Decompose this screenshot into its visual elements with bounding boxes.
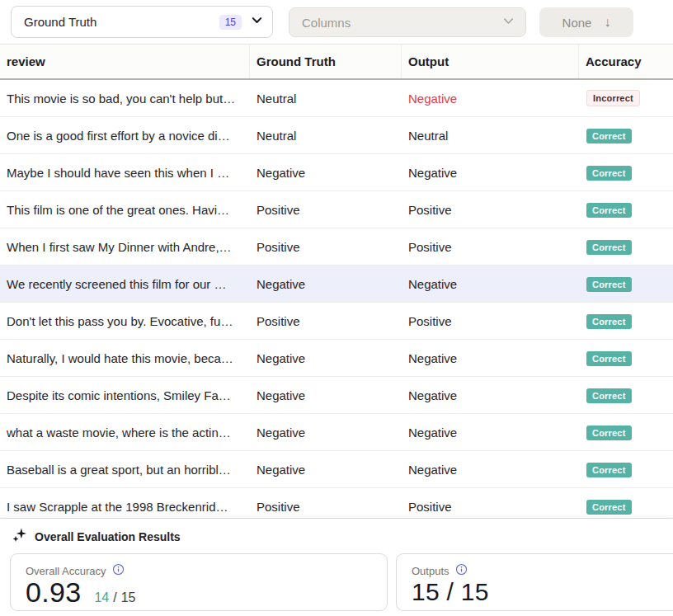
accuracy-badge: Correct (586, 166, 632, 181)
table-header: review Ground Truth Output Accuracy (0, 45, 673, 80)
ground-truth-cell: Negative (250, 351, 402, 365)
table-row[interactable]: When I first saw My Dinner with Andre,… … (0, 228, 673, 266)
output-cell: Positive (402, 203, 579, 217)
output-cell: Positive (402, 500, 579, 514)
ground-truth-cell: Positive (250, 240, 402, 254)
chevron-down-icon (251, 14, 263, 30)
overall-results-header: Overall Evaluation Results (0, 519, 673, 546)
column-header-review[interactable]: review (0, 45, 250, 78)
column-header-output[interactable]: Output (402, 45, 579, 78)
accuracy-badge: Correct (586, 240, 632, 255)
ground-truth-cell: Negative (250, 166, 402, 180)
column-header-ground-truth[interactable]: Ground Truth (250, 45, 402, 78)
accuracy-fraction: 14 / 15 (94, 590, 135, 605)
accuracy-cell: Correct (579, 239, 673, 255)
review-cell: Don't let this pass you by. Evocative, f… (0, 314, 250, 328)
toolbar: Ground Truth 15 Columns None ↓ (0, 0, 673, 45)
columns-select[interactable]: Columns (289, 7, 526, 37)
accuracy-cell: Correct (579, 313, 673, 329)
table-row[interactable]: Maybe I should have seen this when I … N… (0, 154, 673, 191)
output-cell: Negative (402, 463, 579, 477)
column-filter-label: Ground Truth (24, 15, 219, 29)
ground-truth-cell: Negative (250, 426, 402, 440)
accuracy-badge: Correct (586, 388, 632, 403)
output-cell: Negative (402, 388, 579, 402)
accuracy-badge: Correct (586, 277, 632, 292)
accuracy-badge: Correct (586, 351, 632, 366)
accuracy-cell: Correct (579, 388, 673, 403)
accuracy-badge: Correct (586, 426, 632, 440)
column-filter-select[interactable]: Ground Truth 15 (11, 6, 273, 38)
outputs-card: Outputs 15 / 15 (396, 553, 673, 611)
accuracy-badge: Correct (586, 129, 632, 143)
table-row[interactable]: We recently screened this film for our …… (0, 266, 673, 303)
accuracy-cell: Correct (579, 276, 673, 292)
review-cell: When I first saw My Dinner with Andre,… (0, 240, 250, 254)
review-cell: We recently screened this film for our … (0, 277, 250, 291)
accuracy-badge: Correct (586, 203, 632, 218)
review-cell: This film is one of the great ones. Havi… (0, 203, 250, 217)
info-icon[interactable] (112, 563, 125, 578)
accuracy-badge: Incorrect (586, 90, 640, 106)
accuracy-badge: Correct (586, 500, 632, 515)
overall-accuracy-value: 0.93 (26, 576, 81, 609)
ground-truth-cell: Negative (250, 277, 402, 291)
accuracy-fraction-numerator: 14 (94, 590, 109, 605)
accuracy-cell: Correct (579, 165, 673, 181)
output-cell: Negative (402, 351, 579, 365)
accuracy-fraction-separator: / (113, 590, 116, 605)
ground-truth-cell: Neutral (250, 92, 402, 106)
review-cell: Despite its comic intentions, Smiley Fa… (0, 388, 250, 402)
review-cell: Naturally, I would hate this movie, beca… (0, 351, 250, 365)
ground-truth-cell: Positive (250, 314, 402, 328)
ground-truth-cell: Neutral (250, 129, 402, 143)
overall-accuracy-card: Overall Accuracy 0.93 14 / 15 (10, 553, 388, 611)
accuracy-cell: Correct (579, 202, 673, 218)
review-cell: Maybe I should have seen this when I … (0, 166, 250, 180)
accuracy-cell: Correct (579, 425, 673, 440)
metric-cards: Overall Accuracy 0.93 14 / 15 Outputs (10, 553, 673, 611)
column-header-accuracy[interactable]: Accuracy (579, 45, 673, 78)
sparkles-icon (12, 527, 27, 546)
outputs-label: Outputs (412, 565, 449, 577)
accuracy-cell: Correct (579, 462, 673, 477)
evaluation-results-page: Ground Truth 15 Columns None ↓ review Gr… (0, 0, 673, 616)
accuracy-cell: Correct (579, 128, 673, 143)
ground-truth-cell: Negative (250, 463, 402, 477)
review-cell: Baseball is a great sport, but an horrib… (0, 463, 250, 477)
columns-select-placeholder: Columns (302, 16, 502, 30)
ground-truth-cell: Positive (250, 203, 402, 217)
accuracy-badge: Correct (586, 463, 632, 477)
ground-truth-cell: Positive (250, 500, 402, 514)
table-row[interactable]: This film is one of the great ones. Havi… (0, 191, 673, 228)
table-row[interactable]: Despite its comic intentions, Smiley Fa…… (0, 377, 673, 414)
info-icon[interactable] (455, 563, 468, 578)
review-cell: This movie is so bad, you can't help but… (0, 92, 250, 106)
output-cell: Negative (402, 92, 579, 106)
table-row[interactable]: Don't let this pass you by. Evocative, f… (0, 303, 673, 340)
overall-results-panel: Overall Evaluation Results Overall Accur… (0, 518, 673, 616)
sort-button[interactable]: None ↓ (539, 7, 633, 37)
overall-accuracy-label: Overall Accuracy (26, 565, 106, 577)
review-cell: One is a good first effort by a novice d… (0, 129, 250, 143)
output-cell: Positive (402, 240, 579, 254)
accuracy-cell: Incorrect (579, 90, 673, 106)
output-cell: Negative (402, 277, 579, 291)
sort-button-label: None (562, 16, 592, 30)
table-row[interactable]: Naturally, I would hate this movie, beca… (0, 340, 673, 377)
table-row[interactable]: Baseball is a great sport, but an horrib… (0, 451, 673, 488)
review-cell: I saw Scrapple at the 1998 Breckenrid… (0, 500, 250, 514)
review-cell: what a waste movie, where is the actin… (0, 426, 250, 440)
accuracy-cell: Correct (579, 350, 673, 366)
row-count-badge: 15 (219, 15, 242, 30)
output-cell: Negative (402, 166, 579, 180)
table-row[interactable]: what a waste movie, where is the actin… … (0, 414, 673, 451)
table-row[interactable]: This movie is so bad, you can't help but… (0, 80, 673, 117)
output-cell: Neutral (402, 129, 579, 143)
arrow-down-icon: ↓ (604, 15, 610, 30)
table-row[interactable]: One is a good first effort by a novice d… (0, 117, 673, 154)
accuracy-cell: Correct (579, 499, 673, 515)
output-cell: Positive (402, 314, 579, 328)
output-cell: Negative (402, 426, 579, 440)
outputs-value: 15 / 15 (412, 578, 489, 606)
